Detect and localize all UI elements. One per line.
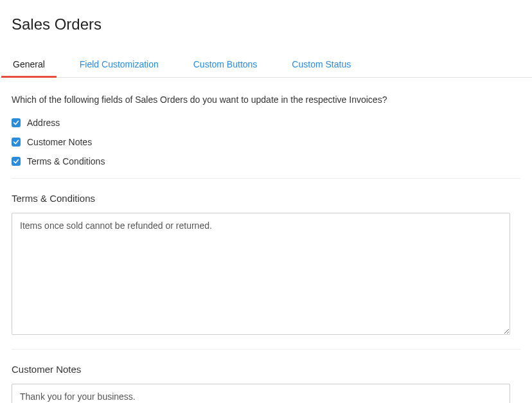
question-text: Which of the following fields of Sales O… bbox=[12, 94, 520, 105]
checkbox-terms[interactable] bbox=[12, 157, 21, 166]
tab-general[interactable]: General bbox=[1, 53, 57, 77]
checkbox-customer-notes[interactable] bbox=[12, 138, 21, 147]
page-title: Sales Orders bbox=[0, 0, 532, 33]
tab-custom-buttons[interactable]: Custom Buttons bbox=[182, 53, 269, 77]
tab-custom-status[interactable]: Custom Status bbox=[280, 53, 362, 77]
check-row-customer-notes[interactable]: Customer Notes bbox=[12, 137, 520, 147]
divider bbox=[12, 178, 520, 179]
check-icon bbox=[13, 120, 19, 126]
check-row-terms[interactable]: Terms & Conditions bbox=[12, 156, 520, 166]
check-label-terms: Terms & Conditions bbox=[27, 156, 105, 166]
check-label-address: Address bbox=[27, 118, 60, 128]
check-row-address[interactable]: Address bbox=[12, 118, 520, 128]
check-label-customer-notes: Customer Notes bbox=[27, 137, 92, 147]
check-icon bbox=[13, 158, 19, 165]
notes-textarea[interactable] bbox=[12, 384, 510, 403]
tabs-bar: General Field Customization Custom Butto… bbox=[0, 53, 532, 78]
tab-field-customization[interactable]: Field Customization bbox=[68, 53, 170, 77]
check-icon bbox=[13, 139, 19, 145]
terms-textarea[interactable] bbox=[12, 213, 510, 335]
divider bbox=[12, 349, 520, 350]
notes-label: Customer Notes bbox=[12, 364, 520, 375]
checkbox-address[interactable] bbox=[12, 118, 21, 127]
content-area: Which of the following fields of Sales O… bbox=[0, 78, 532, 403]
terms-label: Terms & Conditions bbox=[12, 193, 520, 204]
